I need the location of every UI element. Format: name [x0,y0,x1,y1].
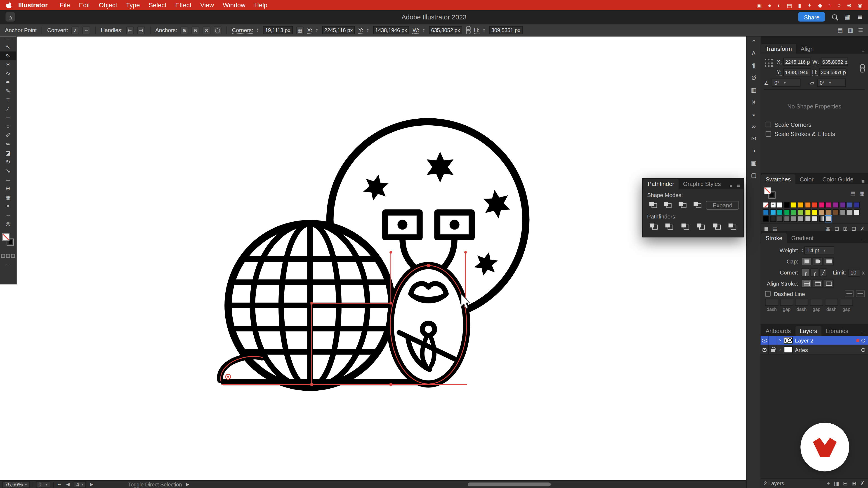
dash-field-2[interactable] [795,299,808,306]
previous-artboard-button[interactable] [65,482,71,487]
app-menu[interactable]: Illustrator [18,2,48,8]
layer-row-artes[interactable]: Artes [761,345,868,355]
isolate-icon[interactable] [214,26,221,34]
comments-panel-icon[interactable]: ✉ [747,132,760,144]
dashed-line-checkbox[interactable] [765,291,770,296]
search-icon[interactable] [832,14,837,20]
magic-wand-tool[interactable]: ✶ [0,60,16,69]
transform-h-field[interactable]: 309,5351 px [819,68,846,76]
swatch[interactable] [763,202,769,208]
make-clipping-mask-icon[interactable]: ◨ [834,480,839,486]
direct-selection-tool[interactable]: ⇖ [0,52,16,60]
swatch[interactable] [763,209,769,215]
x-stepper[interactable] [316,28,318,33]
projecting-cap-icon[interactable] [824,257,834,266]
gap-field-1[interactable] [780,299,794,306]
fill-stroke-indicator[interactable] [1,233,16,251]
tab-color[interactable]: Color [795,174,818,184]
history-panel-icon[interactable]: ▢ [747,169,760,180]
menu-select[interactable]: Select [144,2,170,8]
rectangle-tool[interactable]: ▭ [0,113,16,122]
menu-window[interactable]: Window [218,2,250,8]
target-circle-icon[interactable] [862,348,865,352]
menubar-search-icon[interactable]: ○ [837,2,841,8]
gap-field-2[interactable] [810,299,823,306]
show-handles-icon[interactable] [126,26,133,34]
transform-x-label[interactable]: X: [777,58,782,65]
transform-y-field[interactable]: 1438,1946 px [783,68,810,76]
rotate-tool[interactable]: ↻ [0,158,16,166]
menubar-control-center-icon[interactable]: ⊕ [847,2,852,8]
constrain-dimensions-icon[interactable] [466,26,471,34]
tab-graphic-styles[interactable]: Graphic Styles [679,179,725,189]
show-swatch-kinds-icon[interactable]: ▦ [825,226,831,232]
curvature-tool[interactable]: ✎ [0,87,16,96]
lasso-tool[interactable]: ∿ [0,69,16,78]
hide-handles-icon[interactable] [137,26,145,34]
limit-field[interactable]: 10 [848,269,860,276]
export-panel-icon[interactable]: ▣ [747,157,760,168]
target-circle-icon[interactable] [862,338,865,342]
tab-artboards[interactable]: Artboards [761,326,795,336]
swatch[interactable] [826,216,832,222]
align-center-icon[interactable] [802,280,811,288]
align-inside-icon[interactable] [813,280,823,288]
swatch[interactable] [854,209,860,215]
x-field[interactable]: 2245,116 px [322,26,355,34]
pencil-tool[interactable]: ✏ [0,140,16,149]
arrange-documents-icon[interactable] [844,13,850,21]
scale-strokes-checkbox[interactable] [766,131,771,136]
visibility-toggle[interactable] [761,345,769,354]
unite-icon[interactable] [647,200,659,210]
intersect-icon[interactable] [677,200,688,210]
swatch[interactable] [770,216,776,222]
preserve-dashes-icon[interactable] [845,291,854,297]
expand-button[interactable]: Expand [706,201,739,209]
align-dashes-icon[interactable] [856,291,865,297]
constrain-proportions-icon[interactable] [860,64,865,72]
gap-field-3[interactable] [840,299,853,306]
expand-chevron-icon[interactable] [777,347,782,352]
swatch[interactable] [784,202,790,208]
character-panel-icon[interactable]: A [747,47,760,59]
remove-anchor-icon[interactable] [191,26,199,34]
status-play-icon[interactable] [185,482,190,487]
menu-object[interactable]: Object [94,2,122,8]
ellipse-tool[interactable]: ○ [0,122,16,131]
delete-swatch-icon[interactable]: ✗ [860,226,865,232]
lock-toggle[interactable] [769,345,777,354]
reference-point-locator[interactable] [765,59,773,68]
swatch[interactable] [798,209,804,215]
appearance-panel-icon[interactable]: ◒ [747,108,760,120]
swatch[interactable] [846,209,852,215]
swatch[interactable] [839,202,846,208]
paintbrush-tool[interactable]: ✐ [0,131,16,140]
trim-icon[interactable] [663,222,676,231]
workspace-switcher-icon[interactable] [857,13,863,21]
menubar-app-icon-2[interactable]: ● [768,2,771,8]
y-field[interactable]: 1438,1946 px [373,26,409,34]
h-stepper[interactable] [483,28,485,33]
transform-panel-menu-icon[interactable] [858,48,868,54]
layers-panel-menu-icon[interactable] [858,330,868,336]
menubar-app-icon-3[interactable]: ◐ [777,2,781,8]
tab-color-guide[interactable]: Color Guide [818,174,858,184]
draw-inside-icon[interactable] [11,254,15,258]
convert-to-smooth-icon[interactable] [83,26,90,34]
new-layer-icon[interactable]: ⊞ [851,480,856,486]
outline-icon[interactable] [710,222,723,231]
chart-panel-icon[interactable]: ▥ [747,84,760,95]
scale-corners-checkbox[interactable] [766,122,771,127]
minus-back-icon[interactable] [726,222,739,231]
swatch[interactable] [805,216,811,222]
tab-align[interactable]: Align [796,43,818,54]
zoom-level-select[interactable]: 75,66% [2,481,30,488]
draw-behind-icon[interactable] [6,254,10,258]
lock-toggle[interactable] [769,336,777,345]
round-join-icon[interactable]: ╭ [811,268,818,277]
layer-row-layer-2[interactable]: Layer 2 [761,336,868,346]
edit-toolbar-icon[interactable]: ⋯ [5,262,11,268]
transform-w-field[interactable]: 635,8052 px [821,58,848,66]
next-artboard-button[interactable] [89,482,94,487]
swatch[interactable] [805,202,811,208]
